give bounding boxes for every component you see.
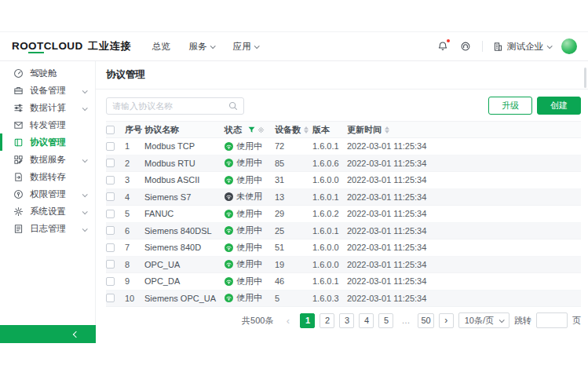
pagination: 共500条 ‹ 12345…50 › 10条/页 跳转 页 [106,312,581,328]
notification-bell-icon[interactable] [436,40,449,53]
status-in-use-icon [225,226,233,235]
row-checkbox[interactable] [106,210,115,218]
search-input[interactable] [112,101,228,111]
sidebar-item[interactable]: 设备管理 [0,82,95,99]
table-row[interactable]: 2Modbus RTU 使用中851.6.0.62022-03-01 11:25… [106,155,581,173]
table-row[interactable]: 1Modbus TCP 使用中721.6.0.12022-03-01 11:25… [106,138,581,155]
filter-funnel-icon[interactable] [248,126,255,133]
table-row[interactable]: 10Siemens OPC_UA 使用中51.6.0.32022-03-01 1… [106,291,581,308]
cell-updated: 2022-03-01 11:25:34 [347,175,581,185]
chevron-down-icon [254,43,259,49]
cell-status: 使用中 [225,276,275,287]
top-nav: 总览服务应用 [143,32,268,60]
top-nav-item-2[interactable]: 服务 [180,32,224,60]
screenshot-canvas: ROOTCLOUD 工业连接 总览服务应用 [0,0,588,391]
sidebar-item[interactable]: 驾驶舱 [0,64,95,82]
sidebar-item[interactable]: 日志管理 [0,220,95,237]
status-in-use-icon [225,260,233,269]
cell-protocol-name: Modbus TCP [144,141,225,151]
row-checkbox[interactable] [106,176,115,185]
pagination-page-button[interactable]: 50 [418,313,433,328]
pagination-next-button[interactable]: › [439,313,454,328]
pagination-prev-button[interactable]: ‹ [280,313,295,328]
sidebar-collapse-button[interactable] [0,325,96,343]
pagination-page-button[interactable]: 5 [378,313,393,328]
enterprise-switcher[interactable]: 测试企业 [493,41,551,53]
column-settings-gear-icon[interactable] [257,126,265,133]
sidebar-item-label: 权限管理 [30,188,66,200]
row-checkbox[interactable] [106,277,115,286]
sidebar-item[interactable]: 数据服务 [0,151,95,168]
create-button[interactable]: 创建 [537,97,581,115]
table-header-row: 序号 协议名称 状态 设备数 [106,121,581,138]
status-text: 使用中 [236,225,262,236]
column-header-index: 序号 [125,124,144,136]
logs-icon [13,224,24,234]
row-checkbox[interactable] [106,294,115,302]
sidebar-item[interactable]: 数据转存 [0,168,95,185]
cell-status: 使用中 [225,157,275,169]
status-text: 使用中 [236,276,262,287]
table-row[interactable]: 6Siemens 840DSL 使用中251.6.0.12022-03-01 1… [106,223,581,240]
cell-devices: 72 [275,141,312,151]
status-text: 使用中 [236,258,262,270]
status-in-use-icon [225,210,233,218]
page-size-select[interactable]: 10条/页 [458,312,509,328]
pagination-page-button[interactable]: 2 [320,313,334,328]
scrollbar-thumb[interactable] [584,68,586,88]
app-body: 驾驶舱设备管理数据计算转发管理协议管理数据服务数据转存权限管理系统设置日志管理 … [0,61,588,343]
cell-devices: 5 [275,294,312,303]
search-box [106,97,244,115]
status-in-use-icon [225,176,233,185]
table-row[interactable]: 5FANUC 使用中291.6.0.22022-03-01 11:25:34 [106,206,581,223]
sidebar-item-label: 设备管理 [30,85,66,97]
jump-page-input[interactable] [536,312,568,328]
status-text: 使用中 [236,208,262,220]
sidebar-item-label: 驾驶舱 [30,68,57,79]
sidebar-item[interactable]: 数据计算 [0,99,95,116]
cell-protocol-name: Siemens S7 [144,192,225,202]
select-all-checkbox[interactable] [106,126,115,134]
user-avatar[interactable] [561,38,577,54]
row-checkbox[interactable] [106,192,115,201]
table-row[interactable]: 9OPC_DA 使用中461.6.0.12022-03-01 11:25:34 [106,273,581,291]
search-icon[interactable] [228,101,238,111]
status-text: 未使用 [236,191,262,203]
sidebar-item[interactable]: 协议管理 [0,133,95,151]
brand-logo[interactable]: ROOTCLOUD 工业连接 [12,39,132,53]
cell-devices: 51 [275,243,312,252]
row-checkbox[interactable] [106,260,115,269]
chevron-down-icon [499,317,505,323]
status-in-use-icon [225,243,233,252]
table-row[interactable]: 3Modbus ASCII 使用中311.6.0.02022-03-01 11:… [106,172,581,189]
sidebar-item[interactable]: 系统设置 [0,203,95,220]
top-nav-item-3[interactable]: 应用 [224,32,268,60]
support-icon[interactable] [459,40,472,53]
sort-toggle-icon[interactable] [304,126,309,133]
table-row[interactable]: 4Siemens S7 未使用131.6.0.12022-03-01 11:25… [106,189,581,206]
top-nav-item-1[interactable]: 总览 [143,32,180,60]
row-checkbox[interactable] [106,243,115,252]
column-header-name: 协议名称 [144,124,225,136]
pagination-page-button[interactable]: 4 [359,313,374,328]
nav-label: 服务 [189,41,207,53]
upgrade-button[interactable]: 升级 [488,97,532,115]
row-checkbox[interactable] [106,142,115,151]
sidebar-item-label: 协议管理 [30,137,66,148]
table-row[interactable]: 7Siemens 840D 使用中511.6.0.02022-03-01 11:… [106,239,581,257]
table-row[interactable]: 8OPC_UA 使用中191.6.0.02022-03-01 11:25:34 [106,257,581,274]
pagination-page-button[interactable]: 1 [300,313,315,328]
cell-index: 7 [125,243,144,252]
status-in-use-icon [225,142,233,151]
pagination-page-button[interactable]: 3 [339,313,354,328]
row-checkbox[interactable] [106,159,115,167]
sidebar-item[interactable]: 转发管理 [0,116,95,133]
cell-index: 9 [125,276,144,286]
sort-toggle-icon[interactable] [385,126,389,133]
row-checkbox[interactable] [106,226,115,235]
cell-protocol-name: Siemens 840DSL [144,226,225,236]
cell-updated: 2022-03-01 11:25:34 [347,276,581,286]
cell-index: 3 [125,175,144,185]
cell-status: 使用中 [225,208,275,220]
sidebar-item[interactable]: 权限管理 [0,185,95,203]
